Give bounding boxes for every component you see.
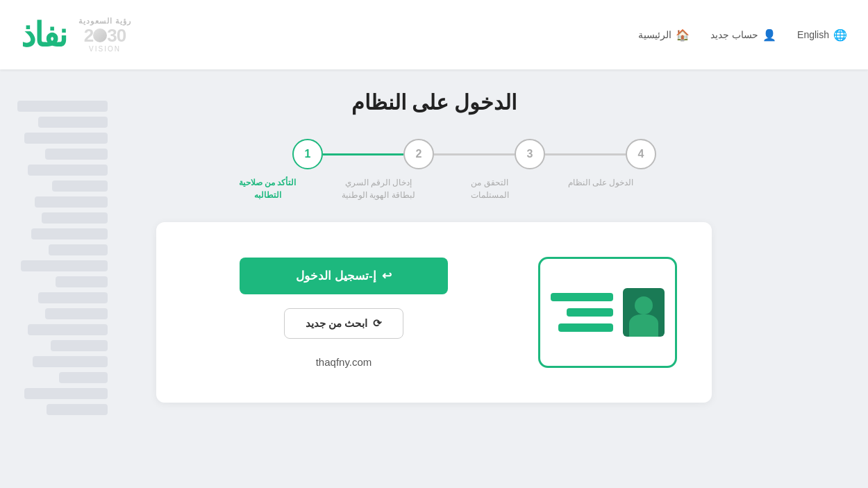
home-icon: 🏠 <box>676 28 690 42</box>
id-line-2 <box>567 308 614 317</box>
id-lines <box>551 293 613 332</box>
search-again-button[interactable]: ⟳ ابحث من جديد <box>284 308 403 339</box>
header-logos: رؤية السعودية 230 VISION نفاذ <box>21 15 131 54</box>
home-label: الرئيسية <box>638 29 671 40</box>
step-2-label: إدخال الرقم السري لبطاقة الهوية الوطنية <box>340 176 417 201</box>
nav-new-account[interactable]: 👤 حساب جديد <box>710 28 776 42</box>
id-avatar <box>623 288 665 337</box>
step-3-4-connector <box>545 153 626 155</box>
login-button[interactable]: ↩ إ-تسجيل الدخول <box>240 258 448 294</box>
vision-2030-logo: رؤية السعودية 230 VISION <box>78 17 131 53</box>
id-line-3 <box>558 323 613 332</box>
avatar-head <box>635 296 653 314</box>
step-1-label: التأكد من صلاحية التطالبه <box>229 176 306 201</box>
step-2-3-connector <box>434 153 515 155</box>
step-2-node: 2 إدخال الرقم السري لبطاقة الهوية الوطني… <box>323 139 434 201</box>
vision-year-2: 2 <box>84 25 93 46</box>
step-1-node: 1 التأكد من صلاحية التطالبه <box>212 139 323 201</box>
header-nav: 🌐 English 👤 حساب جديد 🏠 الرئيسية <box>638 28 847 42</box>
step-3-node: 3 التحقق من المستلمات <box>434 139 545 201</box>
step-3-circle: 3 <box>515 139 545 169</box>
step-4-node: 4 الدخول على النظام <box>545 139 656 189</box>
header: 🌐 English 👤 حساب جديد 🏠 الرئيسية رؤية ال… <box>0 0 868 69</box>
card-actions: ↩ إ-تسجيل الدخول ⟳ ابحث من جديد thaqfny.… <box>191 258 496 368</box>
step-2-circle: 2 <box>403 139 434 169</box>
login-button-label: إ-تسجيل الدخول <box>296 269 376 283</box>
page-title: الدخول على النظام <box>28 90 840 115</box>
site-url: thaqfny.com <box>316 356 372 368</box>
vision-year-30: 30 <box>107 25 126 46</box>
login-card: ↩ إ-تسجيل الدخول ⟳ ابحث من جديد thaqfny.… <box>156 222 712 403</box>
id-line-1 <box>551 293 613 301</box>
step-4-label: الدخول على النظام <box>568 176 634 189</box>
step-1-circle: 1 <box>292 139 323 169</box>
refresh-icon: ⟳ <box>373 317 382 330</box>
new-account-label: حساب جديد <box>710 29 758 40</box>
avatar-body <box>629 314 658 337</box>
page-title-section: الدخول على النظام <box>28 90 840 115</box>
nfaz-logo: نفاذ <box>21 15 66 54</box>
step-1-2-connector <box>323 153 403 155</box>
vision-circle <box>93 28 107 42</box>
search-again-label: ابحث من جديد <box>306 317 367 330</box>
login-icon: ↩ <box>382 269 392 283</box>
vision-english-label: VISION <box>89 45 121 53</box>
id-card-illustration <box>538 257 677 368</box>
user-icon: 👤 <box>762 28 776 42</box>
steps-progress: 4 الدخول على النظام 3 التحقق من المستلما… <box>184 139 684 201</box>
english-label: English <box>797 29 829 40</box>
globe-icon: 🌐 <box>833 28 847 42</box>
step-3-label: التحقق من المستلمات <box>451 176 528 201</box>
nav-english[interactable]: 🌐 English <box>797 28 847 42</box>
step-4-circle: 4 <box>626 139 656 169</box>
nav-home[interactable]: 🏠 الرئيسية <box>638 28 690 42</box>
